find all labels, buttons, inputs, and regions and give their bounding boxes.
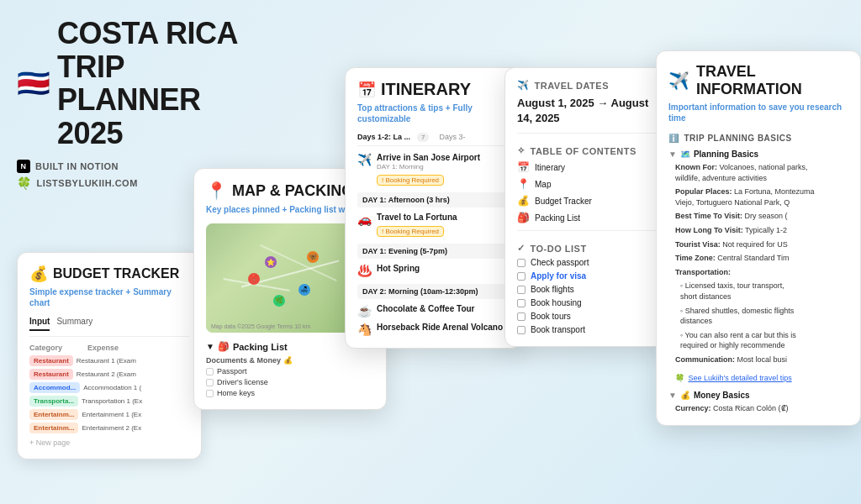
travel-dates-range: August 1, 2025 → August 14, 2025: [517, 96, 656, 126]
budget-icon: 💰: [29, 265, 48, 283]
tab-summary[interactable]: Summary: [56, 317, 92, 331]
money-icon: 💰: [680, 391, 690, 400]
todo-item-visa[interactable]: Apply for visa: [517, 271, 656, 281]
itinerary-item[interactable]: ☕ Chocolate & Coffee Tour: [357, 304, 509, 318]
divider: [517, 230, 656, 231]
packing-item[interactable]: Passport: [206, 367, 374, 375]
planning-item-popular: Popular Places: La Fortuna, MontezumaVie…: [668, 186, 848, 207]
itinerary-item[interactable]: ✈️ Arrive in San Jose Airport DAY 1: Mor…: [357, 153, 509, 186]
item-title: Chocolate & Coffee Tour: [377, 304, 474, 313]
collapse-arrow[interactable]: ▼: [206, 342, 214, 351]
category-badge: Accommod...: [29, 382, 80, 393]
todo-item[interactable]: Book housing: [517, 298, 656, 307]
tab-days-3[interactable]: Days 3-: [439, 133, 465, 142]
main-container: 🇨🇷 COSTA RICA TRIP PLANNER 2025 N BUILT …: [0, 0, 861, 504]
todo-checkbox[interactable]: [517, 272, 526, 281]
tab-count: 7: [417, 133, 429, 142]
todo-checkbox[interactable]: [517, 312, 526, 321]
money-basics-section: ▼ 💰 Money Basics Currency: Costa Rican C…: [668, 391, 848, 414]
map-pin-icon: 📍: [206, 181, 227, 201]
planning-item-visa: Tourist Visa: Not required for US: [668, 239, 848, 250]
planning-subsection: ▼ 🗺️ Planning Basics Known For: Volcanoe…: [668, 150, 848, 384]
tab-days-1-2[interactable]: Days 1-2: La ...: [357, 133, 410, 142]
todo-item[interactable]: Book tours: [517, 312, 656, 321]
todo-section: ✓ TO-DO LIST Check passport Apply for vi…: [517, 243, 656, 334]
table-row[interactable]: Accommod... Accommodation 1 (: [29, 382, 189, 393]
transport-bullet-1: Licensed taxis, tour transport,short dis…: [668, 281, 848, 302]
table-row[interactable]: Restaurant Restaurant 1 (Exam: [29, 355, 189, 366]
budget-icon: 💰: [517, 195, 530, 207]
itinerary-card: 📅 ITINERARY Top attractions & tips + Ful…: [345, 67, 521, 349]
table-row[interactable]: Restaurant Restaurant 2 (Exam: [29, 369, 189, 380]
table-row[interactable]: Transporta... Transportation 1 (Ex: [29, 396, 189, 407]
packing-category: Documents & Money 💰: [206, 356, 374, 365]
toc-item-budget[interactable]: 💰 Budget Tracker: [517, 195, 656, 207]
checkbox-passport[interactable]: [206, 368, 214, 375]
spring-icon: ♨️: [357, 264, 372, 277]
item-title: Horseback Ride Arenal Volcano: [377, 323, 503, 332]
toc-icon: ✧: [517, 145, 526, 156]
packing-icon: 🎒: [517, 212, 530, 223]
expense-cell: Entertainment 2 (Ex: [82, 424, 189, 432]
todo-checkbox[interactable]: [517, 259, 526, 267]
todo-checkbox[interactable]: [517, 326, 526, 334]
collapse-icon[interactable]: ▼: [668, 150, 677, 159]
todo-item[interactable]: Book flights: [517, 285, 656, 294]
map-title: MAP & PACKING: [232, 182, 353, 200]
travel-information-card: ✈️ TRAVEL INFORMATION Important informat…: [656, 50, 861, 426]
toc-section: ✧ TABLE OF CONTENTS 📅 Itinerary 📍 Map 💰 …: [517, 145, 656, 223]
checkbox-home-keys[interactable]: [206, 390, 214, 397]
itinerary-tabs: Days 1-2: La ... 7 Days 3-: [357, 133, 509, 146]
expense-cell: Transportation 1 (Ex: [82, 397, 189, 405]
category-badge: Transporta...: [29, 396, 78, 407]
todo-check-icon: ✓: [517, 243, 526, 254]
col-category: Category: [29, 344, 84, 352]
packing-item[interactable]: Driver's license: [206, 378, 374, 386]
item-title: Arrive in San Jose Airport: [377, 153, 480, 162]
checkbox-drivers-license[interactable]: [206, 379, 214, 386]
category-badge: Entertainm...: [29, 423, 78, 433]
travel-dates-icon: ✈️: [517, 80, 530, 91]
calendar-icon: 📅: [357, 81, 376, 99]
map-icon: 📍: [517, 178, 530, 190]
day-header: DAY 1: Afternoon (3 hrs): [357, 192, 509, 207]
travel-info-header: ✈️ TRAVEL INFORMATION: [668, 63, 848, 98]
map-emoji: 🗺️: [680, 150, 690, 159]
col-expense: Expense: [87, 344, 119, 352]
todo-checkbox[interactable]: [517, 299, 526, 307]
day-header: DAY 1: Evening (5-7pm): [357, 244, 509, 259]
todo-checkbox[interactable]: [517, 286, 526, 294]
trip-basics-section: ℹ️ TRIP PLANNING BASICS ▼ 🗺️ Planning Ba…: [668, 134, 848, 413]
lukiih-link[interactable]: 🍀 See Lukiih's detailed travel tips: [668, 369, 848, 384]
packing-item[interactable]: Home keys: [206, 389, 374, 397]
itinerary-item[interactable]: 🐴 Horseback Ride Arenal Volcano: [357, 323, 509, 336]
new-page-button[interactable]: + New page: [29, 438, 189, 447]
toc-item-itinerary[interactable]: 📅 Itinerary: [517, 161, 656, 173]
transport-bullet-2: Shared shuttles, domestic flightsdistanc…: [668, 306, 848, 327]
itinerary-subtitle: Top attractions & tips + Fully customiza…: [357, 102, 509, 124]
itinerary-item[interactable]: 🚗 Travel to La Fortuna ! Booking Require…: [357, 213, 509, 237]
trip-basics-header: ℹ️ TRIP PLANNING BASICS: [668, 134, 848, 143]
itinerary-item[interactable]: ♨️ Hot Spring: [357, 264, 509, 277]
planning-item-known-for: Known For: Volcanoes, national parks,wil…: [668, 162, 848, 183]
toc-item-packing[interactable]: 🎒 Packing List: [517, 212, 656, 223]
car-icon: 🚗: [357, 213, 372, 226]
todo-item[interactable]: Check passport: [517, 258, 656, 267]
collapse-icon[interactable]: ▼: [668, 391, 677, 400]
plane-icon: ✈️: [668, 71, 689, 91]
table-row[interactable]: Entertainm... Entertainment 1 (Ex: [29, 409, 189, 420]
todo-header: ✓ TO-DO LIST: [517, 243, 656, 254]
booking-badge: ! Booking Required: [377, 175, 444, 186]
item-title: Hot Spring: [377, 264, 420, 273]
tab-input[interactable]: Input: [29, 317, 50, 331]
transport-bullet-3: You can also rent a car but this isrequi…: [668, 330, 848, 351]
budget-title: BUDGET TRACKER: [53, 266, 179, 281]
todo-item[interactable]: Book transport: [517, 325, 656, 334]
info-icon: ℹ️: [668, 134, 679, 143]
table-row[interactable]: Entertainm... Entertainment 2 (Ex: [29, 423, 189, 433]
toc-item-map[interactable]: 📍 Map: [517, 178, 656, 190]
flag-icon: 🇨🇷: [17, 67, 50, 99]
divider: [517, 133, 656, 134]
packing-icon: 🎒: [218, 341, 230, 352]
planning-item-communication: Communication: Most local busi: [668, 354, 848, 365]
